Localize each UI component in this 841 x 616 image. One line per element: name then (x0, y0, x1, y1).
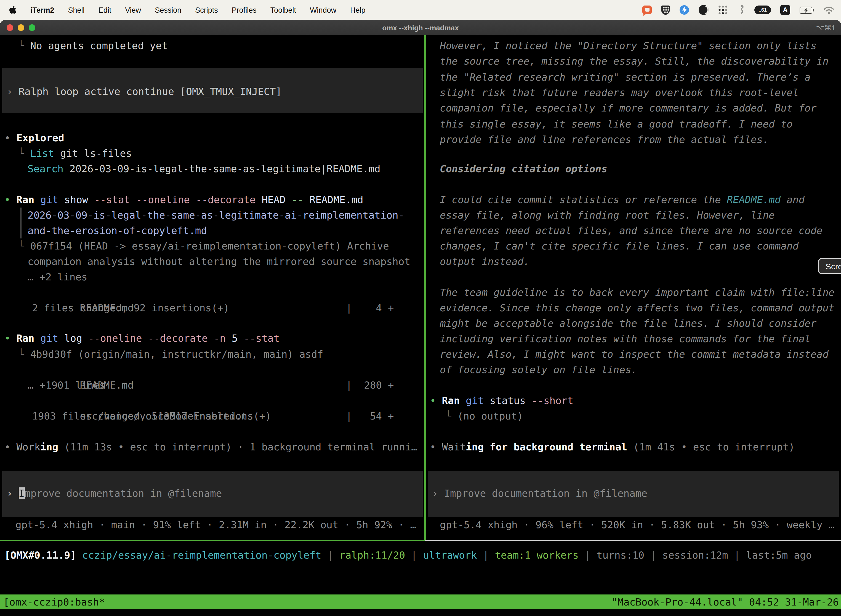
reasoning-text: references need actual files, and since … (440, 223, 822, 238)
text-segment (208, 332, 214, 344)
explored-search-line: Search 2026-03-09-is-legal-the-same-as-l… (28, 161, 381, 177)
text-segment (303, 194, 309, 205)
text-segment (484, 395, 490, 406)
text-segment: • (4, 132, 16, 144)
commit-message-line1: └ 067f154 (HEAD -> essay/ai-reimplementa… (18, 238, 389, 254)
text-segment: Improve documentation in @filename (444, 487, 647, 499)
text-segment: … +2 lines (28, 271, 88, 283)
text-segment: Wait (442, 441, 466, 453)
prompt-input-text[interactable]: › Improve documentation in @filename (7, 486, 222, 501)
text-segment: --stat --oneline --decorate (94, 194, 255, 205)
ran-git-show-line: • Ran git show --stat --oneline --decora… (4, 192, 363, 208)
prompt-input-text[interactable]: › Ralph loop active continue [OMX_TMUX_I… (7, 84, 282, 99)
text-segment: git (40, 332, 58, 344)
tmux-session-name[interactable]: [omx-cczip0:bash* (0, 596, 105, 608)
text-segment: status (490, 395, 526, 406)
menu-item-iterm2[interactable]: iTerm2 (30, 6, 54, 14)
menu-item-scripts[interactable]: Scripts (195, 6, 218, 14)
menu-item-view[interactable]: View (125, 6, 141, 14)
text-segment (82, 332, 88, 344)
battery-icon[interactable] (800, 6, 814, 13)
text-segment: • (4, 194, 16, 205)
text-segment: log (64, 332, 82, 344)
text-segment (58, 194, 64, 205)
shield-grid-icon[interactable] (661, 5, 670, 15)
log-commit-line: └ 4b9d30f (origin/main, instructkr/main,… (18, 347, 323, 362)
menu-item-profiles[interactable]: Profiles (232, 6, 256, 14)
menu-item-toolbelt[interactable]: Toolbelt (270, 6, 296, 14)
text-segment: I (19, 487, 25, 499)
reasoning-text: the source tree, missing the essay. Stil… (440, 54, 829, 69)
text-segment: -n (214, 332, 226, 344)
record-chat-icon[interactable] (642, 6, 652, 14)
text-segment: | (321, 549, 339, 561)
text-segment: | (728, 549, 746, 561)
text-segment: └ (445, 410, 457, 422)
dots-grid-icon[interactable] (718, 5, 728, 15)
commit-message-line2: companion analysis without altering the … (28, 254, 410, 269)
menu-item-edit[interactable]: Edit (98, 6, 111, 14)
text-segment: 2026-03-09-is-legal-the-same-as-legitima… (28, 209, 404, 221)
session-status-left: gpt-5.4 xhigh · main · 91% left · 2.31M … (15, 517, 416, 532)
prompt-input-text[interactable]: › Improve documentation in @filename (432, 486, 647, 501)
iterm2-window: omx --xhigh --madmax ⌥⌘1 └ No agents com… (0, 20, 841, 616)
text-segment: --short (532, 395, 574, 406)
reasoning-text: companion file, especially if more comme… (440, 100, 816, 116)
menu-item-session[interactable]: Session (155, 6, 181, 14)
text-segment: README.md (309, 194, 363, 205)
text-segment: Search (28, 163, 63, 175)
text-segment: 1903 files changed, 513517 insertions(+) (32, 410, 271, 422)
menu-item-shell[interactable]: Shell (68, 6, 85, 14)
text-segment: • (430, 395, 442, 406)
text-segment: -- (292, 194, 303, 205)
bolt-circle-icon[interactable] (679, 5, 689, 15)
text-segment: HEAD (262, 194, 286, 205)
text-segment (526, 395, 532, 406)
apple-menu-icon[interactable] (9, 5, 16, 15)
moon-circle-icon[interactable] (699, 5, 709, 15)
text-segment (34, 332, 40, 344)
badge-61[interactable]: ..61 (755, 6, 771, 14)
wifi-icon[interactable] (823, 6, 834, 14)
text-segment: ralph:11/20 (339, 549, 405, 561)
seahorse-icon[interactable] (737, 5, 745, 15)
reasoning-text: essay file, along with finding root file… (440, 208, 775, 223)
menu-item-window[interactable]: Window (310, 6, 336, 14)
diffstat-count: | 54 + (346, 408, 394, 424)
agents-status-line: └ No agents completed yet (18, 38, 168, 54)
text-segment: mprove documentation in @filename (25, 487, 222, 499)
text-segment: └ (18, 240, 30, 252)
menu-bar: iTerm2 Shell Edit View Session Scripts P… (0, 0, 841, 20)
explored-header: • Explored (4, 130, 64, 146)
menu-item-help[interactable]: Help (350, 6, 366, 14)
window-title: omx --xhigh --madmax (0, 23, 841, 32)
reasoning-text: changes, I can't cite specific file line… (440, 238, 799, 254)
pane-divider-vertical[interactable] (424, 35, 426, 540)
reasoning-text: of focusing solely on file lines. (440, 362, 637, 378)
tree-connector (21, 208, 22, 238)
text-segment: › (432, 487, 444, 499)
reasoning-text: might be acceptable alongside the file l… (440, 316, 816, 331)
text-segment: … +1901 lines (28, 379, 105, 391)
diffstat-summary: 2 files changed, 92 insertions(+) (32, 300, 229, 316)
badge-a[interactable]: A (780, 5, 790, 15)
diffstat-count: | 280 + (346, 378, 394, 393)
working-status-line: • Working (11m 13s • esc to interrupt) ·… (4, 439, 417, 455)
text-segment: last:5m ago (746, 549, 812, 561)
diffstat-row: README.md| 4 + (32, 285, 134, 300)
text-segment: | (644, 549, 662, 561)
text-segment: Ran (16, 332, 34, 344)
text-segment: show (64, 194, 88, 205)
pane-divider-horizontal-right (425, 540, 841, 541)
text-segment: I could cite commit statistics or refere… (440, 194, 727, 205)
text-segment: 067f154 (HEAD -> essay/ai-reimplementati… (30, 240, 389, 252)
text-segment: | (579, 549, 596, 561)
window-title-bar[interactable]: omx --xhigh --madmax ⌥⌘1 (0, 20, 841, 35)
text-segment: └ (18, 40, 30, 51)
text-segment: Ralph loop active continue [OMX_TMUX_INJ… (19, 85, 282, 97)
text-segment: README.md (727, 194, 781, 205)
text-segment (88, 194, 94, 205)
text-segment: • (4, 441, 16, 453)
tmux-status-bar: [omx-cczip0:bash* "MacBook-Pro-44.local"… (0, 594, 841, 609)
text-segment: • (4, 332, 16, 344)
